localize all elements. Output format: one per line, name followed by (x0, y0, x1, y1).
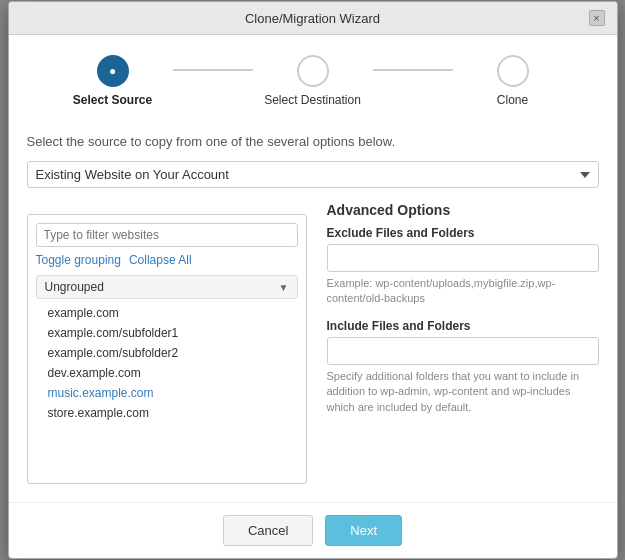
step-circle-destination (297, 55, 329, 87)
dialog-title: Clone/Migration Wizard (37, 11, 589, 26)
step-clone: Clone (453, 55, 573, 107)
toggle-grouping-link[interactable]: Toggle grouping (36, 253, 121, 267)
right-panel: Advanced Options Exclude Files and Folde… (327, 202, 599, 427)
filter-input[interactable] (36, 223, 298, 247)
group-chevron-icon: ▼ (279, 282, 289, 293)
close-button[interactable]: × (589, 10, 605, 26)
filter-links: Toggle grouping Collapse All (36, 253, 298, 267)
collapse-all-link[interactable]: Collapse All (129, 253, 192, 267)
next-button[interactable]: Next (325, 515, 402, 546)
list-item[interactable]: example.com/subfolder2 (44, 343, 298, 363)
list-item[interactable]: music.example.com (44, 383, 298, 403)
exclude-hint: Example: wp-content/uploads,mybigfile.zi… (327, 276, 599, 307)
list-item[interactable]: example.com/subfolder1 (44, 323, 298, 343)
step-label-clone: Clone (497, 93, 528, 107)
cancel-button[interactable]: Cancel (223, 515, 313, 546)
title-bar: Clone/Migration Wizard × (9, 2, 617, 35)
exclude-input[interactable] (327, 244, 599, 272)
group-header[interactable]: Ungrouped ▼ (36, 275, 298, 299)
advanced-options-title: Advanced Options (327, 202, 599, 218)
step-line-2 (373, 69, 453, 71)
websites-box: Toggle grouping Collapse All Ungrouped ▼… (27, 214, 307, 484)
clone-migration-dialog: Clone/Migration Wizard × ● Select Source… (8, 1, 618, 559)
step-line-1 (173, 69, 253, 71)
dialog-body: Select the source to copy from one of th… (9, 122, 617, 502)
include-input[interactable] (327, 337, 599, 365)
step-circle-clone (497, 55, 529, 87)
include-label: Include Files and Folders (327, 319, 599, 333)
wizard-steps: ● Select Source Select Destination Clone (9, 35, 617, 122)
group-label: Ungrouped (45, 280, 104, 294)
step-label-destination: Select Destination (264, 93, 361, 107)
instruction-text: Select the source to copy from one of th… (27, 134, 599, 149)
list-item[interactable]: store.example.com (44, 403, 298, 423)
list-item[interactable]: dev.example.com (44, 363, 298, 383)
step-circle-source: ● (97, 55, 129, 87)
site-list: example.com example.com/subfolder1 examp… (36, 303, 298, 423)
source-dropdown[interactable]: Existing Website on Your Account Remote … (27, 161, 599, 188)
dialog-footer: Cancel Next (9, 502, 617, 558)
exclude-label: Exclude Files and Folders (327, 226, 599, 240)
list-item[interactable]: example.com (44, 303, 298, 323)
include-hint: Specify additional folders that you want… (327, 369, 599, 415)
step-label-source: Select Source (73, 93, 152, 107)
step-select-source: ● Select Source (53, 55, 173, 107)
left-panel: Toggle grouping Collapse All Ungrouped ▼… (27, 202, 307, 484)
step-select-destination: Select Destination (253, 55, 373, 107)
